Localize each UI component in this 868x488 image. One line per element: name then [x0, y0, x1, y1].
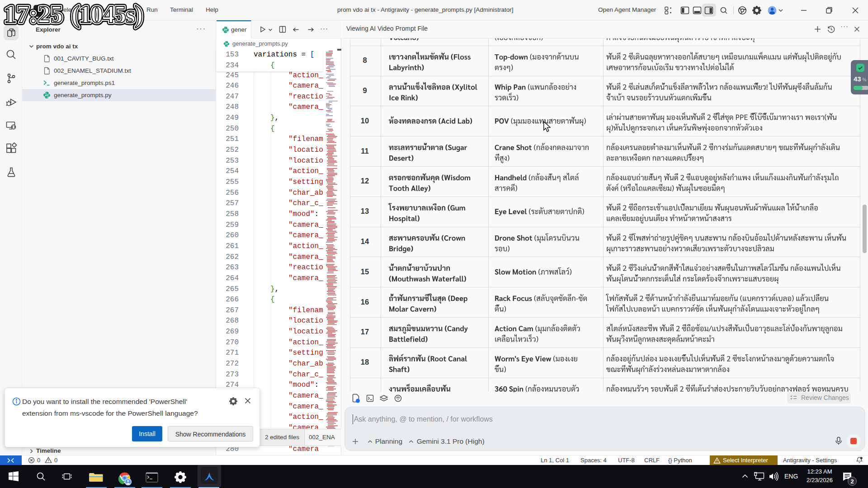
svg-text:(1045s): (1045s): [71, 0, 143, 28]
svg-text:17:25: 17:25: [4, 0, 63, 28]
